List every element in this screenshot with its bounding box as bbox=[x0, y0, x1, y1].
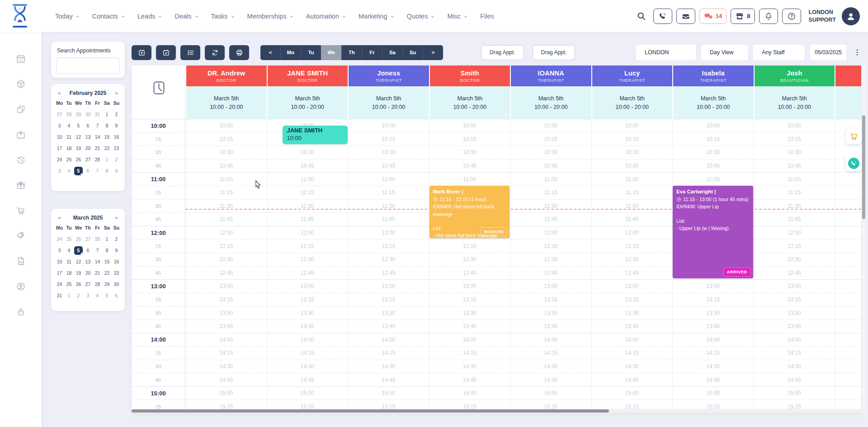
staff-header[interactable]: JoshBEAUTICIAN bbox=[754, 66, 835, 86]
app-logo[interactable] bbox=[10, 4, 30, 30]
day-cell[interactable]: 24 bbox=[55, 235, 64, 244]
staff-header[interactable]: LucyTHERAPIST bbox=[591, 66, 673, 86]
selected-day-cell[interactable]: 5 bbox=[74, 167, 83, 175]
day-cell[interactable]: 20 bbox=[84, 269, 92, 277]
time-slot-cell[interactable]: 10:15 bbox=[348, 132, 429, 146]
time-slot-cell[interactable]: 13:30 bbox=[185, 306, 267, 319]
calendar-import-icon[interactable] bbox=[16, 130, 26, 140]
day-cell[interactable]: 19 bbox=[74, 144, 83, 153]
calendar-prev-button[interactable]: « bbox=[58, 215, 61, 221]
day-tab-sa[interactable]: Sa bbox=[382, 45, 402, 60]
day-cell[interactable]: 14 bbox=[93, 133, 102, 141]
time-slot-cell[interactable] bbox=[835, 266, 861, 280]
nav-item-tasks[interactable]: Tasks bbox=[211, 13, 235, 20]
day-cell[interactable]: 1 bbox=[103, 235, 111, 244]
time-slot-cell[interactable] bbox=[835, 346, 861, 360]
time-slot-cell[interactable]: 13:15 bbox=[348, 293, 429, 306]
time-slot-cell[interactable]: 14:00 bbox=[591, 333, 673, 347]
time-slot-cell[interactable]: 14:15 bbox=[672, 346, 754, 360]
nav-item-automation[interactable]: Automation bbox=[306, 13, 346, 20]
time-slot-cell[interactable] bbox=[835, 239, 861, 253]
time-slot-cell[interactable]: 11:30 bbox=[348, 199, 429, 213]
day-cell[interactable]: 1 bbox=[65, 291, 73, 300]
time-slot-cell[interactable]: 11:15 bbox=[267, 186, 348, 199]
time-slot-cell[interactable]: 13:15 bbox=[510, 293, 591, 306]
time-slot-cell[interactable]: 12:45 bbox=[754, 266, 835, 280]
refresh-button[interactable] bbox=[205, 45, 225, 60]
week-prev-button[interactable]: < bbox=[260, 45, 280, 60]
time-slot-cell[interactable]: 13:30 bbox=[754, 306, 835, 319]
day-cell[interactable]: 27 bbox=[84, 235, 92, 244]
time-slot-cell[interactable]: 11:30 bbox=[510, 199, 591, 213]
vertical-scrollbar[interactable] bbox=[862, 66, 866, 413]
time-slot-cell[interactable]: 12:15 bbox=[591, 239, 673, 253]
day-cell[interactable]: 22 bbox=[103, 269, 111, 277]
time-slot-cell[interactable]: 14:00 bbox=[185, 333, 267, 347]
day-cell[interactable]: 26 bbox=[74, 155, 83, 164]
tags-icon[interactable] bbox=[16, 231, 26, 241]
time-slot-cell[interactable]: 11:45 bbox=[510, 212, 591, 226]
time-slot-cell[interactable]: 11:00 bbox=[267, 172, 348, 186]
time-slot-cell[interactable]: 13:45 bbox=[429, 319, 510, 333]
nav-item-memberships[interactable]: Memberships bbox=[247, 13, 294, 20]
nav-item-marketing[interactable]: Marketing bbox=[359, 13, 395, 20]
time-slot-cell[interactable]: 11:00 bbox=[591, 172, 673, 186]
day-cell[interactable]: 22 bbox=[103, 144, 111, 153]
time-slot-cell[interactable]: 15:00 bbox=[672, 386, 754, 400]
staff-header[interactable]: IsabelaTHERAPIST bbox=[672, 66, 754, 86]
time-slot-cell[interactable]: 13:45 bbox=[591, 319, 673, 333]
day-cell[interactable]: 1 bbox=[103, 155, 111, 164]
time-slot-cell[interactable]: 13:15 bbox=[591, 293, 673, 306]
time-slot-cell[interactable]: 12:15 bbox=[348, 239, 429, 253]
time-slot-cell[interactable]: 11:00 bbox=[185, 172, 267, 186]
time-slot-cell[interactable]: 13:30 bbox=[510, 306, 591, 319]
notifications-button[interactable] bbox=[759, 9, 778, 24]
time-slot-cell[interactable]: 10:45 bbox=[754, 159, 835, 173]
nav-item-quotes[interactable]: Quotes bbox=[407, 13, 435, 20]
time-slot-cell[interactable]: 13:30 bbox=[267, 306, 348, 319]
day-cell[interactable]: 10 bbox=[55, 258, 64, 266]
time-slot-cell[interactable]: 10:30 bbox=[672, 145, 754, 159]
time-slot-cell[interactable]: 10:45 bbox=[348, 159, 429, 173]
time-slot-cell[interactable]: 14:45 bbox=[672, 373, 754, 386]
time-slot-cell[interactable]: 14:00 bbox=[348, 333, 429, 347]
time-slot-cell[interactable]: 13:00 bbox=[429, 279, 510, 293]
day-cell[interactable]: 8 bbox=[103, 167, 111, 175]
time-slot-cell[interactable] bbox=[835, 306, 861, 319]
user-badge-icon[interactable] bbox=[16, 282, 26, 291]
time-slot-cell[interactable]: 11:45 bbox=[754, 212, 835, 226]
day-tab-th[interactable]: Th bbox=[341, 45, 362, 60]
day-cell[interactable]: 8 bbox=[103, 122, 111, 130]
time-slot-cell[interactable]: 13:15 bbox=[267, 293, 348, 306]
staff-header[interactable]: DR. AndrewDOCTOR bbox=[185, 66, 267, 86]
time-slot-cell[interactable] bbox=[835, 373, 861, 386]
drag-appointment-button-2[interactable]: Drag Appt. bbox=[533, 45, 576, 60]
day-cell[interactable]: 15 bbox=[103, 258, 111, 266]
time-slot-cell[interactable]: 10:30 bbox=[754, 145, 835, 159]
day-cell[interactable]: 27 bbox=[84, 280, 92, 289]
nav-item-leads[interactable]: Leads bbox=[137, 13, 163, 20]
time-slot-cell[interactable]: 12:15 bbox=[267, 239, 348, 253]
day-cell[interactable]: 24 bbox=[55, 280, 64, 289]
day-cell[interactable]: 27 bbox=[55, 110, 64, 119]
time-slot-cell[interactable]: 12:00 bbox=[754, 226, 835, 239]
time-slot-cell[interactable]: 14:15 bbox=[185, 346, 267, 360]
day-cell[interactable]: 21 bbox=[93, 144, 102, 153]
day-cell[interactable]: 13 bbox=[84, 258, 92, 266]
cart-icon[interactable] bbox=[16, 206, 26, 216]
day-cell[interactable]: 7 bbox=[93, 122, 102, 130]
phone-call-button[interactable] bbox=[653, 9, 672, 24]
horizontal-scrollbar-thumb[interactable] bbox=[132, 409, 609, 413]
time-slot-cell[interactable]: 13:45 bbox=[510, 319, 591, 333]
time-slot-cell[interactable]: 10:30 bbox=[267, 145, 348, 159]
time-slot-cell[interactable]: 15:00 bbox=[185, 386, 267, 400]
day-cell[interactable]: 6 bbox=[112, 291, 121, 300]
calendar-next-button[interactable]: » bbox=[115, 215, 118, 221]
time-slot-cell[interactable]: 10:15 bbox=[429, 132, 510, 146]
time-slot-cell[interactable]: 12:45 bbox=[348, 266, 429, 280]
staff-header[interactable]: JonessTHERAPIST bbox=[348, 66, 429, 86]
time-slot-cell[interactable] bbox=[835, 333, 861, 347]
day-cell[interactable]: 28 bbox=[93, 235, 102, 244]
day-tab-we[interactable]: We bbox=[321, 45, 341, 60]
day-cell[interactable]: 17 bbox=[55, 269, 64, 277]
